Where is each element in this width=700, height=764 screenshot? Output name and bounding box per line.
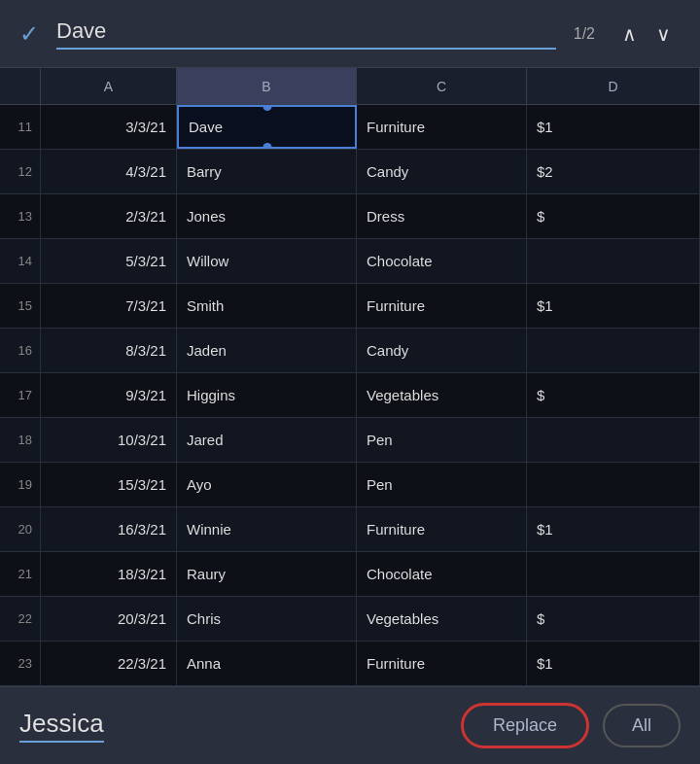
- cell-a[interactable]: 20/3/21: [41, 597, 177, 641]
- confirm-icon[interactable]: ✓: [19, 20, 39, 48]
- row-number: 12: [0, 150, 41, 193]
- row-number: 16: [0, 329, 41, 372]
- cell-d[interactable]: $: [527, 597, 700, 641]
- cell-b[interactable]: Smith: [177, 284, 357, 328]
- cell-c[interactable]: Furniture: [357, 507, 527, 551]
- cell-a[interactable]: 9/3/21: [41, 373, 177, 417]
- cell-c[interactable]: Vegetables: [357, 597, 527, 641]
- prev-button[interactable]: ∧: [612, 18, 647, 50]
- cell-d[interactable]: $1: [527, 105, 700, 149]
- cell-c[interactable]: Furniture: [357, 105, 527, 149]
- cell-a[interactable]: 18/3/21: [41, 552, 177, 596]
- table-row[interactable]: 157/3/21SmithFurniture$1: [0, 284, 700, 329]
- cell-a[interactable]: 4/3/21: [41, 150, 177, 193]
- col-header-b[interactable]: B: [177, 68, 357, 104]
- row-number: 20: [0, 507, 41, 551]
- cell-a[interactable]: 10/3/21: [41, 418, 177, 462]
- search-bar: ✓ 1/2 ∧ ∨: [0, 0, 700, 68]
- column-headers: A B C D: [0, 68, 700, 105]
- table-row[interactable]: 1810/3/21JaredPen: [0, 418, 700, 463]
- row-number: 21: [0, 552, 41, 596]
- row-number: 15: [0, 284, 41, 328]
- col-header-c[interactable]: C: [357, 68, 527, 104]
- table-row[interactable]: 124/3/21BarryCandy$2: [0, 150, 700, 194]
- cell-d[interactable]: [527, 552, 700, 596]
- table-row[interactable]: 132/3/21JonesDress$: [0, 194, 700, 239]
- cell-b[interactable]: Jared: [177, 418, 357, 462]
- search-count: 1/2: [574, 25, 595, 43]
- row-number: 17: [0, 373, 41, 417]
- col-header-a[interactable]: A: [41, 68, 177, 104]
- table-row[interactable]: 179/3/21HigginsVegetables$: [0, 373, 700, 418]
- cell-a[interactable]: 15/3/21: [41, 463, 177, 506]
- cell-d[interactable]: $2: [527, 150, 700, 193]
- cell-d[interactable]: $1: [527, 507, 700, 551]
- row-num-header: [0, 68, 41, 104]
- table-row[interactable]: 2220/3/21ChrisVegetables$: [0, 597, 700, 642]
- cell-c[interactable]: Chocolate: [357, 552, 527, 596]
- col-header-d[interactable]: D: [527, 68, 700, 104]
- replace-text: Jessica: [19, 709, 104, 743]
- cell-d[interactable]: [527, 418, 700, 462]
- row-number: 11: [0, 105, 41, 149]
- table-row[interactable]: 2118/3/21RauryChocolate: [0, 552, 700, 597]
- cell-b[interactable]: Raury: [177, 552, 357, 596]
- cell-b[interactable]: Anna: [177, 642, 357, 685]
- cell-a[interactable]: 7/3/21: [41, 284, 177, 328]
- search-input-wrapper: [56, 18, 556, 50]
- row-number: 22: [0, 597, 41, 641]
- all-button[interactable]: All: [603, 704, 681, 747]
- cell-d[interactable]: [527, 239, 700, 283]
- table-body: 113/3/21DaveFurniture$1124/3/21BarryCand…: [0, 105, 700, 764]
- cell-b[interactable]: Barry: [177, 150, 357, 193]
- table-row[interactable]: 145/3/21WillowChocolate: [0, 239, 700, 284]
- cell-b[interactable]: Jaden: [177, 329, 357, 372]
- cell-c[interactable]: Dress: [357, 194, 527, 238]
- cell-c[interactable]: Pen: [357, 463, 527, 506]
- bottom-bar: Jessica Replace All: [0, 686, 700, 764]
- table-row[interactable]: 2322/3/21AnnaFurniture$1: [0, 642, 700, 686]
- cell-a[interactable]: 8/3/21: [41, 329, 177, 372]
- cell-c[interactable]: Furniture: [357, 642, 527, 685]
- row-number: 18: [0, 418, 41, 462]
- cell-b[interactable]: Higgins: [177, 373, 357, 417]
- cell-c[interactable]: Vegetables: [357, 373, 527, 417]
- cell-b[interactable]: Winnie: [177, 507, 357, 551]
- cell-d[interactable]: [527, 329, 700, 372]
- cell-b[interactable]: Jones: [177, 194, 357, 238]
- cell-d[interactable]: $: [527, 194, 700, 238]
- cell-a[interactable]: 2/3/21: [41, 194, 177, 238]
- table-row[interactable]: 2016/3/21WinnieFurniture$1: [0, 507, 700, 552]
- replace-button[interactable]: Replace: [461, 703, 589, 748]
- cell-b[interactable]: Willow: [177, 239, 357, 283]
- cell-d[interactable]: $: [527, 373, 700, 417]
- cell-d[interactable]: $1: [527, 642, 700, 685]
- cell-a[interactable]: 16/3/21: [41, 507, 177, 551]
- search-input[interactable]: [56, 18, 556, 44]
- table-row[interactable]: 1915/3/21AyoPen: [0, 463, 700, 507]
- row-number: 14: [0, 239, 41, 283]
- row-number: 23: [0, 642, 41, 685]
- cell-c[interactable]: Pen: [357, 418, 527, 462]
- cell-d[interactable]: $1: [527, 284, 700, 328]
- cell-c[interactable]: Candy: [357, 329, 527, 372]
- next-button[interactable]: ∨: [647, 18, 681, 50]
- table-row[interactable]: 113/3/21DaveFurniture$1: [0, 105, 700, 150]
- cell-a[interactable]: 3/3/21: [41, 105, 177, 149]
- cell-c[interactable]: Chocolate: [357, 239, 527, 283]
- cell-c[interactable]: Candy: [357, 150, 527, 193]
- row-number: 19: [0, 463, 41, 506]
- cell-b[interactable]: Chris: [177, 597, 357, 641]
- table-row[interactable]: 168/3/21JadenCandy: [0, 329, 700, 373]
- cell-a[interactable]: 5/3/21: [41, 239, 177, 283]
- cell-b[interactable]: Dave: [177, 105, 357, 149]
- cell-b[interactable]: Ayo: [177, 463, 357, 506]
- cell-c[interactable]: Furniture: [357, 284, 527, 328]
- cell-a[interactable]: 22/3/21: [41, 642, 177, 685]
- cell-d[interactable]: [527, 463, 700, 506]
- row-number: 13: [0, 194, 41, 238]
